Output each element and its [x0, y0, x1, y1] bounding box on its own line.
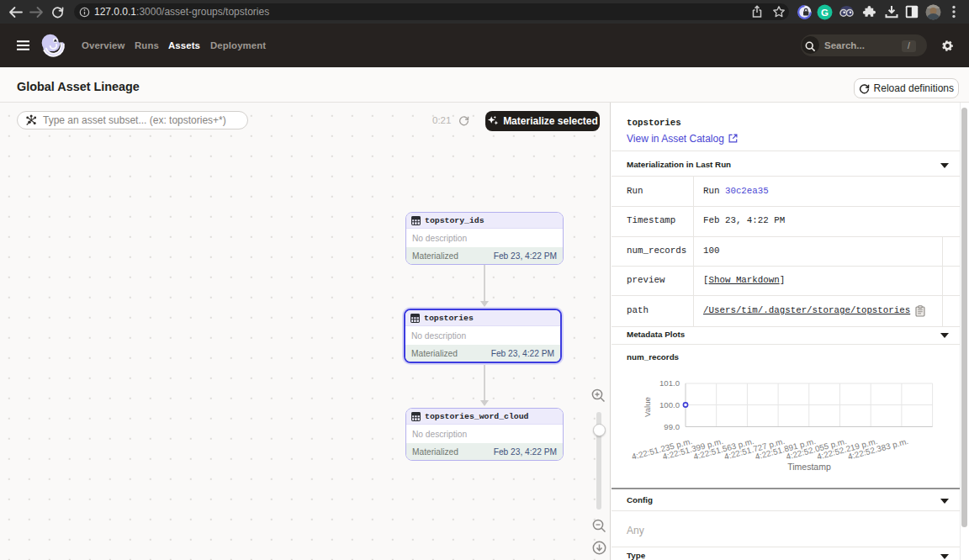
svg-text:99.0: 99.0 — [664, 422, 680, 431]
svg-text:101.0: 101.0 — [659, 378, 680, 388]
svg-text:100.0: 100.0 — [659, 400, 680, 409]
svg-text:Timestamp: Timestamp — [787, 462, 831, 472]
svg-text:Value: Value — [643, 397, 652, 417]
svg-text:G: G — [821, 7, 829, 17]
